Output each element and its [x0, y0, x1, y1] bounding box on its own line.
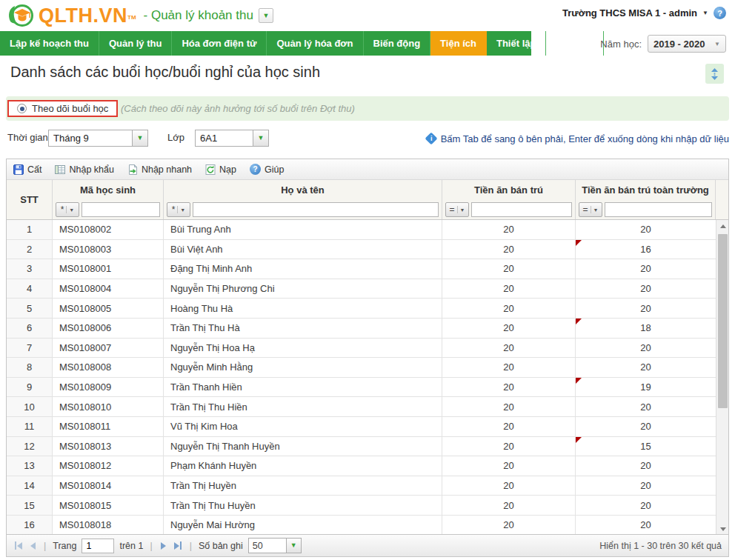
cell-meal[interactable]: 20 [442, 240, 576, 259]
table-row[interactable]: 15MS0108015Trần Thị Thu Huyền2020 [7, 496, 716, 516]
cell-school[interactable]: 18 [576, 319, 716, 338]
cell-school[interactable]: 20 [576, 496, 716, 515]
filter-operator-button[interactable]: *▼ [56, 202, 79, 217]
table-row[interactable]: 6MS0108006Trần Thị Thu Hà2018 [7, 319, 716, 339]
time-filter-select[interactable]: Tháng 9 ▼ [48, 130, 148, 147]
cell-meal[interactable]: 20 [442, 339, 576, 358]
table-row[interactable]: 13MS0108012Phạm Khánh Huyền2020 [7, 456, 716, 476]
table-row[interactable]: 8MS0108008Nguyễn Minh Hằng2020 [7, 358, 716, 378]
cell-meal[interactable]: 20 [442, 299, 576, 318]
cell-meal[interactable]: 20 [442, 397, 576, 416]
scrollbar-thumb[interactable] [718, 234, 728, 408]
cell-meal[interactable]: 20 [442, 259, 576, 279]
cell-school[interactable]: 20 [576, 339, 716, 358]
prev-page-button[interactable] [29, 542, 37, 550]
quick-entry-button[interactable]: Nhập nhanh [127, 164, 192, 175]
filter-input-ma-hoc-sinh[interactable] [82, 202, 160, 217]
save-button[interactable]: Cất [13, 164, 41, 175]
filter-input-tien-an-ban-tru[interactable] [471, 202, 572, 217]
filter-operator-button[interactable]: =▼ [579, 202, 602, 217]
cell-school[interactable]: 20 [576, 516, 716, 535]
nav-tab-bao-cao[interactable]: Báo cáo [546, 31, 604, 56]
cell-meal[interactable]: 20 [442, 417, 576, 436]
cell-meal[interactable]: 20 [442, 279, 576, 299]
radio-theo-doi-buoi-hoc[interactable]: Theo dõi buổi học [7, 100, 118, 117]
cell-school[interactable]: 20 [576, 397, 716, 416]
filter-operator-button[interactable]: *▼ [167, 202, 190, 217]
cell-meal[interactable]: 20 [442, 378, 576, 397]
cell-school[interactable]: 20 [576, 358, 716, 377]
school-year-select[interactable]: 2019 - 2020 ▼ [648, 35, 726, 53]
chevron-down-icon[interactable]: ▼ [702, 10, 708, 16]
table-row[interactable]: 10MS0108010Trần Thị Thu Hiền2020 [7, 397, 716, 417]
cell-school[interactable]: 19 [576, 378, 716, 397]
cell-meal[interactable]: 20 [442, 220, 576, 239]
cell-code: MS0108011 [53, 417, 164, 436]
cell-school[interactable]: 20 [576, 259, 716, 279]
cell-code: MS0108015 [53, 496, 164, 515]
triangle-left-icon [17, 542, 22, 550]
edited-cell-flag-icon [576, 319, 582, 324]
help-icon[interactable]: ? [714, 7, 726, 19]
nav-tab-quan-ly-hoa-don[interactable]: Quản lý hóa đơn [267, 31, 363, 56]
table-row[interactable]: 3MS0108001Đặng Thị Minh Anh2020 [7, 259, 716, 279]
nav-tab-bien-dong[interactable]: Biến động [364, 31, 431, 56]
table-row[interactable]: 4MS0108004Nguyễn Thị Phương Chi2020 [7, 279, 716, 299]
cell-school[interactable]: 20 [576, 476, 716, 496]
last-page-button[interactable] [173, 541, 183, 550]
cell-name: Đặng Thị Minh Anh [164, 259, 442, 279]
cell-meal[interactable]: 20 [442, 496, 576, 515]
cell-school[interactable]: 16 [576, 240, 716, 259]
cell-meal[interactable]: 20 [442, 319, 576, 338]
table-row[interactable]: 5MS0108005Hoàng Thu Hà2020 [7, 299, 716, 319]
cell-meal[interactable]: 20 [442, 456, 576, 476]
next-page-button[interactable] [159, 542, 167, 550]
spreadsheet-icon [55, 164, 65, 175]
nav-tab-thiet-lap[interactable]: Thiết lập [487, 31, 546, 56]
help-button[interactable]: ? Giúp [250, 164, 284, 175]
filter-operator-button[interactable]: =▼ [445, 202, 469, 217]
table-row[interactable]: 12MS0108013Nguyễn Thị Thanh Huyền2015 [7, 437, 716, 457]
table-row[interactable]: 2MS0108003Bùi Việt Anh2016 [7, 240, 716, 260]
cell-stt: 12 [7, 437, 53, 456]
table-body: 1MS0108002Bùi Trung Anh20202MS0108003Bùi… [7, 220, 728, 536]
vertical-scrollbar[interactable] [716, 220, 728, 536]
nav-tab-quan-ly-thu[interactable]: Quản lý thu [99, 31, 173, 56]
table-row[interactable]: 16MS0108018Nguyễn Mai Hường2020 [7, 516, 716, 536]
filter-input-tien-an-ban-tru-toan-truong[interactable] [605, 202, 712, 217]
cell-name: Bùi Trung Anh [164, 220, 442, 239]
table-row[interactable]: 7MS0108007Nguyễn Thị Hoa Hạ2020 [7, 339, 716, 359]
class-filter-select[interactable]: 6A1 ▼ [195, 130, 269, 147]
records-per-page-select[interactable]: 50 ▼ [248, 538, 302, 553]
cell-school[interactable]: 20 [576, 299, 716, 318]
table-row[interactable]: 9MS0108009Trần Thanh Hiền2019 [7, 378, 716, 398]
table-row[interactable]: 14MS0108014Trần Thị Huyền2020 [7, 476, 716, 496]
cell-school[interactable]: 20 [576, 220, 716, 239]
page-number-input[interactable] [82, 539, 114, 553]
cell-name: Trần Thị Thu Huyền [164, 496, 442, 515]
import-button[interactable]: Nhập khẩu [55, 164, 113, 175]
user-menu-label[interactable]: Trường THCS MISA 1 - admin [562, 7, 697, 19]
column-header-tien-an-ban-tru-toan-truong: Tiền ăn bán trú toàn trường =▼ [576, 180, 716, 219]
cell-meal[interactable]: 20 [442, 516, 576, 535]
cell-meal[interactable]: 20 [442, 358, 576, 377]
cell-meal[interactable]: 20 [442, 437, 576, 456]
filter-input-ho-va-ten[interactable] [193, 202, 439, 217]
table-row[interactable]: 1MS0108002Bùi Trung Anh2020 [7, 220, 716, 240]
scroll-up-button[interactable] [716, 220, 728, 233]
product-dropdown-button[interactable]: ▼ [259, 8, 273, 23]
quick-entry-label: Nhập nhanh [142, 164, 192, 175]
cell-school[interactable]: 15 [576, 437, 716, 456]
nav-tab-lap-ke-hoach-thu[interactable]: Lập kế hoạch thu [0, 31, 99, 56]
nav-tab-tien-ich[interactable]: Tiện ích [430, 31, 487, 56]
triangle-right-icon [161, 542, 166, 550]
cell-school[interactable]: 20 [576, 456, 716, 476]
collapse-panel-button[interactable] [705, 64, 724, 84]
cell-school[interactable]: 20 [576, 417, 716, 436]
first-page-button[interactable] [13, 541, 24, 550]
nav-tab-hoa-don-dien-tu[interactable]: Hóa đơn điện tử [172, 31, 267, 56]
cell-meal[interactable]: 20 [442, 476, 576, 496]
reload-button[interactable]: Nạp [205, 164, 236, 175]
table-row[interactable]: 11MS0108011Vũ Thị Kim Hoa2020 [7, 417, 716, 437]
cell-school[interactable]: 20 [576, 279, 716, 299]
